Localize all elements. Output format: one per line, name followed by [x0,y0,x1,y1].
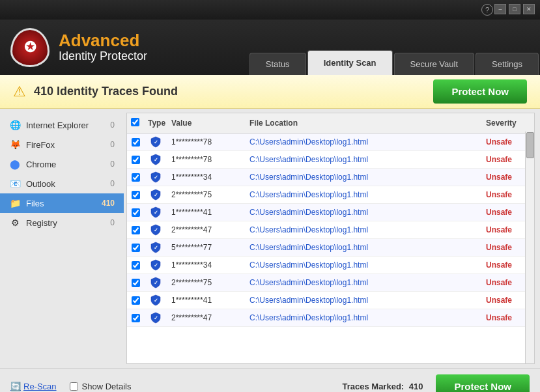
sidebar-item-firefox[interactable]: 🦊 FireFox 0 [0,135,124,154]
row-type-cell: ✓ [144,169,167,186]
sidebar-item-outlook[interactable]: 📧 Outlook 0 [0,174,124,193]
row-type-cell: ✓ [144,133,167,150]
row-type-cell: ✓ [144,186,167,203]
sidebar-item-internet-explorer[interactable]: 🌐 Internet Explorer 0 [0,115,124,135]
row-value: 2*********47 [167,223,246,237]
sidebar-count-registry: 0 [104,218,115,227]
tab-secure-vault[interactable]: Secure Vault [394,53,474,75]
row-checkbox-cell [127,241,144,255]
traces-marked-label: Traces Marked: [342,382,404,391]
app-logo: ✪ [10,28,50,67]
svg-text:✓: ✓ [154,315,158,321]
shield-type-icon: ✓ [150,136,162,148]
tab-settings[interactable]: Settings [476,53,539,75]
sidebar-label-outlook: Outlook [26,179,55,189]
rescan-button[interactable]: 🔄 Re-Scan [10,382,57,391]
row-checkbox-cell [127,276,144,290]
help-button[interactable]: ? [481,4,493,16]
app-title-block: Advanced Identity Protector [59,31,147,63]
row-checkbox-cell [127,223,144,237]
row-file-location: C:\Users\admin\Desktop\log1.html [246,240,482,255]
scrollbar-thumb[interactable] [526,132,534,158]
row-checkbox[interactable] [132,296,140,305]
app-title-part1: Advanced [59,31,147,50]
tab-status[interactable]: Status [249,53,306,75]
app-header: ✪ Advanced Identity Protector Status Ide… [0,20,540,75]
shield-type-icon: ✓ [150,294,162,306]
row-checkbox[interactable] [132,173,140,182]
firefox-icon: 🦊 [9,139,21,150]
row-checkbox[interactable] [132,261,140,270]
row-checkbox-cell [127,188,144,202]
close-button[interactable]: ✕ [523,4,535,14]
sidebar-item-chrome[interactable]: ⬤ Chrome 0 [0,154,124,174]
app-window: ? – □ ✕ ✪ Advanced Identity Protector St… [0,0,540,392]
row-file-location: C:\Users\admin\Desktop\log1.html [246,135,482,149]
logo-icon: ✪ [24,39,36,56]
row-value: 1*********34 [167,170,246,184]
row-checkbox[interactable] [132,279,140,287]
row-value: 1*********41 [167,205,246,219]
traces-count: 410 [409,382,423,391]
row-file-location: C:\Users\admin\Desktop\log1.html [246,223,482,237]
svg-text:✓: ✓ [154,210,158,216]
rescan-label: Re-Scan [23,382,57,391]
row-checkbox[interactable] [132,226,140,234]
row-checkbox-cell [127,294,144,307]
row-value: 1*********34 [167,258,246,272]
tab-identity-scan[interactable]: Identity Scan [307,50,393,75]
sidebar-count-outlook: 0 [104,179,115,188]
row-value: 2*********75 [167,275,246,290]
traces-marked: Traces Marked: 410 [342,382,423,391]
show-details-checkbox[interactable] [70,382,78,391]
protect-now-button-bottom[interactable]: Protect Now [436,374,530,393]
table-row: ✓ 2*********47 C:\Users\admin\Desktop\lo… [127,221,534,239]
minimize-button[interactable]: – [494,4,506,14]
shield-type-icon: ✓ [150,171,162,183]
sidebar-count-internet-explorer: 0 [104,120,115,130]
alert-bar: ⚠ 410 Identity Traces Found Protect Now [0,75,540,109]
show-details-area: Show Details [70,382,132,391]
col-severity-header: Severity [482,117,534,130]
row-file-location: C:\Users\admin\Desktop\log1.html [246,275,482,290]
row-checkbox-cell [127,135,144,149]
row-type-cell: ✓ [144,292,167,309]
row-file-location: C:\Users\admin\Desktop\log1.html [246,311,482,325]
svg-text:✓: ✓ [154,175,158,180]
table-row: ✓ 2*********75 C:\Users\admin\Desktop\lo… [127,186,534,204]
shield-type-icon: ✓ [150,277,162,288]
shield-type-icon: ✓ [150,312,162,324]
table-row: ✓ 1*********34 C:\Users\admin\Desktop\lo… [127,169,534,186]
scrollbar-track[interactable] [525,132,534,363]
row-checkbox[interactable] [132,156,140,164]
title-bar: ? – □ ✕ [0,0,540,20]
sidebar-label-files: Files [26,199,44,208]
table-row: ✓ 1*********78 C:\Users\admin\Desktop\lo… [127,151,534,169]
row-checkbox[interactable] [132,314,140,322]
row-type-cell: ✓ [144,239,167,256]
row-checkbox[interactable] [132,208,140,217]
row-checkbox[interactable] [132,244,140,252]
svg-text:✓: ✓ [154,139,158,145]
select-all-checkbox[interactable] [131,118,139,126]
row-value: 2*********75 [167,188,246,202]
sidebar-item-registry[interactable]: ⚙ Registry 0 [0,213,124,232]
warning-icon: ⚠ [13,83,26,100]
sidebar-count-chrome: 0 [104,160,115,169]
table-row: ✓ 5*********77 C:\Users\admin\Desktop\lo… [127,239,534,257]
chrome-icon: ⬤ [9,159,21,169]
sidebar-item-files[interactable]: 📁 Files 410 [0,193,124,213]
row-type-cell: ✓ [144,151,167,168]
col-type-header: Type [144,117,167,130]
sidebar-label-chrome: Chrome [26,160,56,169]
row-checkbox-cell [127,259,144,272]
files-icon: 📁 [9,198,21,208]
table-row: ✓ 1*********34 C:\Users\admin\Desktop\lo… [127,257,534,274]
internet-explorer-icon: 🌐 [9,120,21,130]
protect-now-button-top[interactable]: Protect Now [433,79,527,104]
row-file-location: C:\Users\admin\Desktop\log1.html [246,170,482,184]
maximize-button[interactable]: □ [509,4,520,14]
table-row: ✓ 1*********41 C:\Users\admin\Desktop\lo… [127,204,534,221]
row-checkbox[interactable] [132,138,140,147]
row-checkbox[interactable] [132,191,140,199]
